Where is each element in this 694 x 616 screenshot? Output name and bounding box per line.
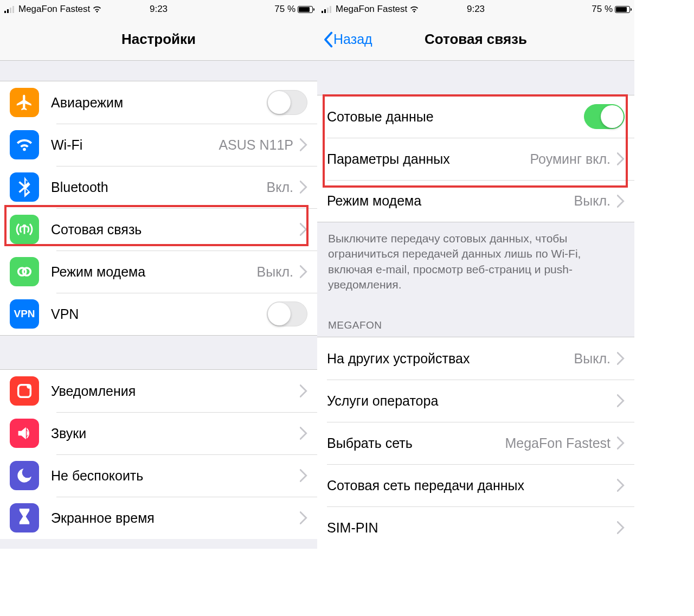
back-button[interactable]: Назад (323, 31, 372, 48)
chevron-icon (300, 223, 307, 236)
screentime-icon (10, 503, 39, 532)
dnd-icon (10, 461, 39, 490)
chevron-icon (617, 479, 625, 492)
row-sounds[interactable]: Звуки (0, 412, 317, 454)
row-cell-data[interactable]: Сотовые данные (317, 95, 634, 138)
screentime-label: Экранное время (51, 510, 293, 526)
chevron-icon (300, 384, 307, 397)
bluetooth-value: Вкл. (267, 179, 293, 195)
row-vpn[interactable]: VPN VPN (0, 293, 317, 335)
row-cellular[interactable]: Сотовая связь (0, 208, 317, 251)
status-bar: MegaFon Fastest 9:23 75 % (317, 0, 634, 18)
row-other-devices[interactable]: На других устройствах Выкл. (317, 337, 634, 380)
battery-icon (615, 6, 630, 13)
notifications-label: Уведомления (51, 383, 293, 399)
other-devices-value: Выкл. (574, 351, 611, 367)
chevron-icon (300, 138, 307, 151)
vpn-icon: VPN (10, 299, 39, 329)
notifications-icon (10, 376, 39, 406)
carrier-services-label: Услуги оператора (327, 393, 611, 409)
airplane-toggle[interactable] (267, 90, 307, 115)
chevron-icon (300, 181, 307, 194)
screen-settings: MegaFon Fastest 9:23 75 % Настройки Авиа… (0, 0, 317, 549)
chevron-icon (300, 469, 307, 482)
chevron-icon (300, 427, 307, 440)
cellular-icon (10, 215, 39, 244)
wifi-label: Wi-Fi (51, 137, 214, 153)
airplane-icon (10, 88, 39, 117)
chevron-icon (300, 511, 307, 524)
wifi-row-icon (10, 130, 39, 159)
group-connectivity: Авиарежим Wi-Fi ASUS N11P Bluetooth Вкл.… (0, 81, 317, 336)
section-megafon: MEGAFON (317, 303, 634, 337)
hotspot-label: Режим модема (51, 264, 253, 280)
hotspot-icon (10, 257, 39, 286)
nav-header: Настройки (0, 18, 317, 61)
cell-network-label: Сотовая сеть передачи данных (327, 478, 611, 493)
cell-data-note: Выключите передачу сотовых данных, чтобы… (317, 222, 634, 303)
data-params-value: Роуминг вкл. (530, 151, 611, 167)
bluetooth-label: Bluetooth (51, 179, 262, 195)
back-label: Назад (333, 31, 372, 47)
row-bluetooth[interactable]: Bluetooth Вкл. (0, 166, 317, 208)
sim-pin-label: SIM-PIN (327, 520, 611, 536)
row-hotspot[interactable]: Режим модема Выкл. (0, 251, 317, 293)
vpn-toggle[interactable] (267, 301, 307, 326)
select-network-label: Выбрать сеть (327, 435, 500, 451)
cell-data-toggle[interactable] (584, 104, 625, 129)
row-cell-network[interactable]: Сотовая сеть передачи данных (317, 464, 634, 506)
clock: 9:23 (317, 4, 634, 15)
page-title: Настройки (0, 31, 317, 48)
chevron-icon (617, 521, 625, 534)
cell-data-label: Сотовые данные (327, 109, 584, 125)
sounds-label: Звуки (51, 426, 293, 441)
select-network-value: MegaFon Fastest (505, 435, 611, 451)
vpn-label: VPN (51, 306, 267, 322)
status-bar: MegaFon Fastest 9:23 75 % (0, 0, 317, 18)
data-params-label: Параметры данных (327, 151, 526, 167)
chevron-icon (617, 437, 625, 450)
group-cell-main: Сотовые данные Параметры данных Роуминг … (317, 95, 634, 222)
hotspot-value: Выкл. (574, 193, 611, 209)
bluetooth-icon (10, 172, 39, 202)
chevron-icon (617, 352, 625, 365)
sounds-icon (10, 419, 39, 448)
clock: 9:23 (0, 4, 317, 15)
battery-icon (298, 6, 313, 13)
row-airplane[interactable]: Авиарежим (0, 81, 317, 124)
other-devices-label: На других устройствах (327, 351, 570, 367)
airplane-label: Авиарежим (51, 95, 267, 111)
wifi-value: ASUS N11P (219, 137, 293, 153)
nav-header: Назад Сотовая связь (317, 18, 634, 61)
group-alerts: Уведомления Звуки Не беспокоить Экранное… (0, 369, 317, 539)
chevron-icon (617, 195, 625, 208)
group-megafon: На других устройствах Выкл. Услуги опера… (317, 337, 634, 549)
row-data-params[interactable]: Параметры данных Роуминг вкл. (317, 138, 634, 180)
row-dnd[interactable]: Не беспокоить (0, 454, 317, 497)
row-screentime[interactable]: Экранное время (0, 497, 317, 539)
row-sim-pin[interactable]: SIM-PIN (317, 506, 634, 549)
hotspot-value: Выкл. (257, 264, 293, 280)
dnd-label: Не беспокоить (51, 468, 293, 484)
row-wifi[interactable]: Wi-Fi ASUS N11P (0, 124, 317, 166)
screen-cellular: MegaFon Fastest 9:23 75 % Назад Сотовая … (317, 0, 634, 549)
row-hotspot[interactable]: Режим модема Выкл. (317, 180, 634, 222)
cellular-label: Сотовая связь (51, 222, 293, 238)
hotspot-label: Режим модема (327, 193, 570, 209)
row-select-network[interactable]: Выбрать сеть MegaFon Fastest (317, 422, 634, 464)
chevron-icon (300, 265, 307, 278)
chevron-icon (617, 394, 625, 407)
row-notifications[interactable]: Уведомления (0, 370, 317, 412)
chevron-icon (617, 152, 625, 165)
row-carrier-services[interactable]: Услуги оператора (317, 380, 634, 422)
svg-point-3 (27, 384, 31, 389)
